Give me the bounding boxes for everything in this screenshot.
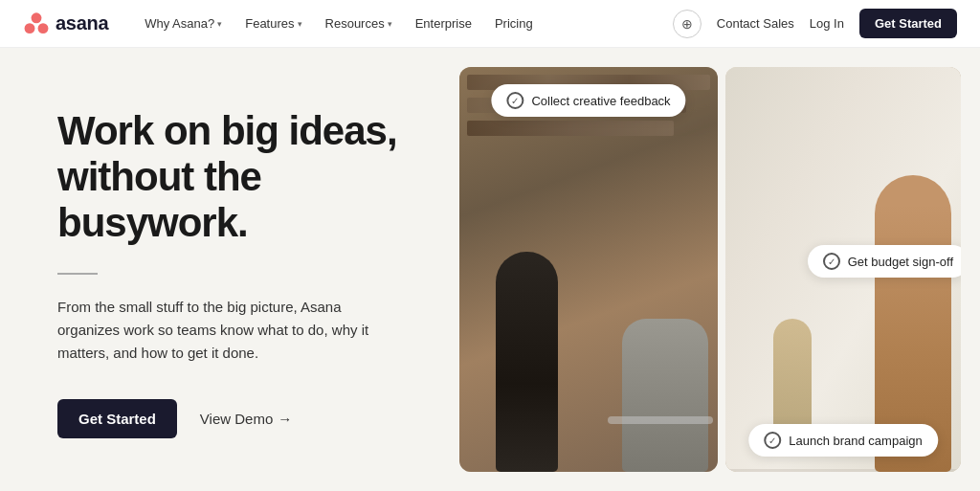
hero-image-left: ✓ Collect creative feedback xyxy=(459,67,718,472)
nav-item-resources[interactable]: Resources ▾ xyxy=(316,11,402,36)
globe-icon: ⊕ xyxy=(681,16,693,32)
hero-image-right: ✓ Get budget sign-off ✓ Launch brand cam… xyxy=(725,67,961,472)
nav-item-features[interactable]: Features ▾ xyxy=(235,11,311,36)
nav-item-pricing[interactable]: Pricing xyxy=(485,11,543,36)
hero-description: From the small stuff to the big picture,… xyxy=(57,296,383,365)
svg-point-2 xyxy=(38,23,49,33)
photo-bg-office xyxy=(459,67,718,472)
contact-sales-link[interactable]: Contact Sales xyxy=(717,16,794,31)
task-chip-brand-campaign: ✓ Launch brand campaign xyxy=(748,424,938,457)
person-silhouette-1 xyxy=(496,252,558,472)
view-demo-link[interactable]: View Demo → xyxy=(200,411,292,427)
person-silhouette-2 xyxy=(622,319,708,472)
hero-right-imagery: ✓ Collect creative feedback xyxy=(459,48,980,491)
log-in-link[interactable]: Log In xyxy=(810,16,844,31)
hero-images: ✓ Collect creative feedback xyxy=(459,48,980,491)
task-chip-collect-feedback: ✓ Collect creative feedback xyxy=(491,84,685,117)
hero-actions: Get Started View Demo → xyxy=(57,399,402,438)
svg-point-0 xyxy=(32,12,42,23)
logo[interactable]: asana xyxy=(23,11,108,37)
check-icon: ✓ xyxy=(764,432,781,449)
table-surface xyxy=(608,416,713,424)
hero-title: Work on big ideas, without the busywork. xyxy=(57,108,402,247)
nav-item-enterprise[interactable]: Enterprise xyxy=(406,11,481,36)
chevron-down-icon: ▾ xyxy=(298,19,302,29)
hero-section: Work on big ideas, without the busywork.… xyxy=(0,48,980,491)
nav-item-why-asana[interactable]: Why Asana? ▾ xyxy=(135,11,232,36)
nav-right-items: ⊕ Contact Sales Log In Get Started xyxy=(673,9,957,38)
navigation: asana Why Asana? ▾ Features ▾ Resources … xyxy=(0,0,980,48)
check-icon: ✓ xyxy=(823,253,840,270)
get-started-nav-button[interactable]: Get Started xyxy=(859,9,957,38)
logo-text: asana xyxy=(56,12,108,34)
check-icon: ✓ xyxy=(506,92,523,109)
hero-left-content: Work on big ideas, without the busywork.… xyxy=(0,48,459,491)
language-selector[interactable]: ⊕ xyxy=(673,10,702,38)
svg-point-1 xyxy=(25,23,35,33)
hero-divider xyxy=(57,273,98,275)
nav-left-items: Why Asana? ▾ Features ▾ Resources ▾ Ente… xyxy=(135,11,673,36)
task-chip-budget-signoff: ✓ Get budget sign-off xyxy=(808,245,961,278)
chevron-down-icon: ▾ xyxy=(388,19,392,29)
get-started-hero-button[interactable]: Get Started xyxy=(57,399,177,438)
chevron-down-icon: ▾ xyxy=(217,19,222,29)
